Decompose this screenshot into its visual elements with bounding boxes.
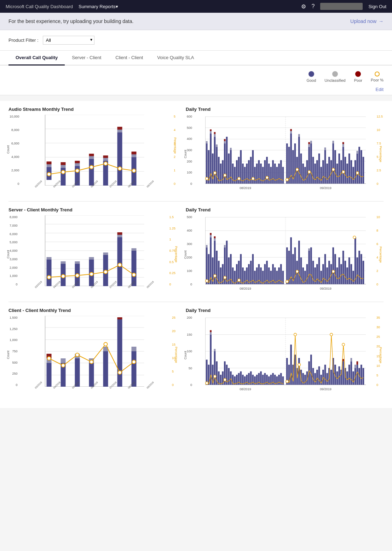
svg-point-148 [286,178,289,181]
svg-rect-167 [61,261,66,264]
svg-rect-53 [214,132,216,134]
svg-point-28 [47,172,51,176]
svg-rect-269 [344,261,346,284]
audio-monthly-y-pct-label: Percentage [173,137,177,153]
sc-daily-title: Daily Trend [186,207,384,212]
svg-rect-276 [358,251,360,284]
svg-rect-401 [352,371,354,385]
tab-client-client[interactable]: Client - Client [108,51,150,66]
svg-rect-116 [322,160,324,183]
svg-rect-174 [117,237,122,286]
svg-point-34 [132,169,136,172]
sc-monthly-x-labels: 03/2019 04/2019 05/2019 06/2019 07/2019 … [28,287,161,289]
cc-daily-y-left: 200 150 100 50 0 [187,316,192,387]
svg-rect-79 [258,160,260,183]
svg-rect-251 [308,248,310,251]
legend-poor-label: Poor [354,78,362,83]
svg-rect-91 [282,167,284,183]
svg-point-410 [214,375,217,378]
svg-rect-338 [228,368,230,385]
svg-rect-178 [132,248,137,251]
upload-now-link[interactable]: Upload now → [350,18,384,24]
svg-point-315 [118,371,122,374]
svg-rect-9 [47,161,52,164]
svg-rect-295 [47,363,52,387]
svg-rect-176 [117,232,122,235]
svg-rect-96 [290,129,292,131]
svg-point-286 [353,236,356,239]
legend-unclassified-label: Unclassified [324,78,345,83]
legend-good: Good [306,71,316,83]
svg-rect-249 [306,264,308,284]
svg-rect-255 [316,264,318,284]
svg-rect-73 [246,164,248,184]
svg-point-33 [118,167,122,170]
server-client-monthly-title: Server - Client Monthly Trend [8,207,177,212]
tab-voice-quality-sla[interactable]: Voice Quality SLA [150,51,201,66]
svg-rect-393 [340,370,342,385]
svg-point-144 [224,174,226,177]
svg-rect-15 [75,161,80,163]
svg-rect-117 [324,150,326,184]
svg-rect-375 [304,375,306,385]
svg-rect-92 [286,143,288,183]
tab-overall-call-quality[interactable]: Overall Call Quality [8,51,65,66]
svg-point-180 [62,274,65,278]
edit-link[interactable]: Edit [0,85,392,95]
svg-point-184 [118,263,122,267]
header-icons: ⚙ ? [301,3,315,10]
svg-rect-24 [117,127,122,130]
svg-rect-239 [286,248,288,284]
svg-point-282 [238,279,241,282]
svg-rect-388 [330,370,332,385]
svg-rect-400 [350,358,352,361]
svg-rect-85 [270,167,272,183]
server-client-chart-row: Server - Client Monthly Trend 8,000 7,00… [8,207,384,290]
svg-rect-60 [224,141,226,143]
filter-area: Product Filter : All Teams Skype for Bus… [0,30,392,51]
svg-rect-397 [346,371,348,385]
svg-rect-381 [316,370,318,385]
svg-rect-304 [103,351,108,387]
divider3 [8,302,384,302]
audio-daily-y-count: Count [184,150,187,158]
svg-rect-350 [252,375,254,385]
svg-rect-98 [294,143,296,183]
svg-rect-103 [302,164,304,184]
svg-point-416 [342,343,345,346]
svg-point-143 [214,172,217,175]
divider [0,95,392,95]
svg-point-145 [238,177,241,180]
svg-rect-394 [342,361,344,385]
svg-rect-84 [268,164,270,184]
cc-daily-chart [205,316,366,387]
svg-point-32 [104,162,108,165]
svg-point-413 [294,333,297,336]
sc-monthly-y-count: Count [6,250,10,258]
signout-button[interactable]: Sign Out [368,4,386,9]
svg-rect-243 [294,248,296,284]
svg-rect-235 [276,271,278,284]
svg-rect-327 [210,332,212,335]
help-icon[interactable]: ? [312,3,315,10]
cc-monthly-y-count: Count [6,350,10,359]
svg-rect-354 [260,371,262,385]
settings-icon[interactable]: ⚙ [301,3,306,10]
svg-rect-106 [308,147,310,184]
tab-server-client[interactable]: Server - Client [65,51,108,66]
svg-rect-165 [47,257,52,260]
svg-rect-18 [89,154,94,156]
cc-daily-y-pct: Percentage [379,347,382,363]
svg-rect-78 [256,164,258,184]
product-filter-wrap[interactable]: All Teams Skype for Business [43,36,94,45]
svg-rect-309 [132,347,137,351]
svg-point-310 [47,357,51,360]
cc-monthly-chart [28,316,161,387]
sc-daily-y-count: Count [184,250,187,259]
nav-summary-reports[interactable]: Summary Reports ▾ [79,4,118,9]
product-filter-select[interactable]: All Teams Skype for Business [43,36,94,45]
svg-rect-274 [354,237,356,284]
svg-rect-334 [220,375,222,385]
svg-rect-100 [298,137,300,183]
svg-rect-261 [328,261,330,284]
